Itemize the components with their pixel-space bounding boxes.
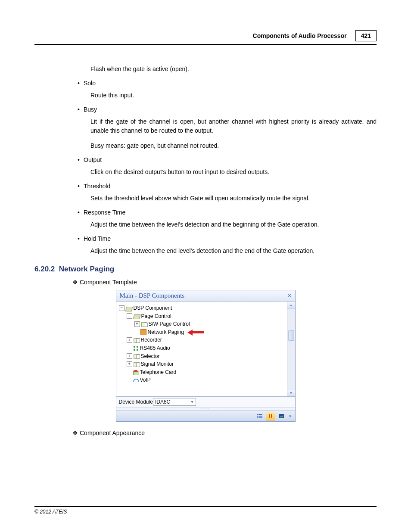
- section-title: Network Paging: [59, 265, 114, 273]
- tree-label: Signal Monitor: [141, 360, 174, 368]
- panel-toolbar: ▼: [116, 411, 295, 421]
- list-icon: [257, 413, 263, 419]
- view-block-button[interactable]: [266, 412, 275, 420]
- panel-titlebar: Main - DSP Components ✕: [116, 290, 295, 302]
- image-icon: [278, 413, 284, 419]
- block-icon: [268, 413, 274, 419]
- toolbar-dropdown[interactable]: ▼: [287, 412, 293, 420]
- tree-node-voip[interactable]: VoIP: [119, 376, 285, 384]
- tree-node-dsp-component[interactable]: − DSP Component: [119, 304, 285, 312]
- output-description: Click on the desired output's button to …: [90, 168, 377, 177]
- tree-label: Network Paging: [148, 328, 184, 336]
- svg-rect-1: [259, 414, 262, 415]
- tree-node-network-paging[interactable]: Network Paging: [119, 328, 285, 336]
- threshold-description: Sets the threshold level above which Gat…: [90, 194, 377, 203]
- page-footer: © 2012 ATEÏS: [34, 506, 377, 515]
- bullet-response-time: Response Time: [78, 209, 377, 216]
- tree-node-signal-monitor[interactable]: + Signal Monitor: [119, 360, 285, 368]
- section-number: 6.20.2: [34, 265, 55, 273]
- section-heading: 6.20.2 Network Paging: [34, 265, 377, 274]
- chevron-down-icon: ▼: [289, 414, 292, 418]
- page-number: 421: [355, 30, 377, 41]
- bullet-hold-time: Hold Time: [78, 235, 377, 242]
- svg-rect-4: [257, 417, 258, 418]
- bullet-busy: Busy: [78, 106, 377, 113]
- tree-label: Recorder: [141, 336, 162, 344]
- bullet-threshold: Threshold: [78, 183, 377, 190]
- expand-icon[interactable]: +: [134, 321, 140, 327]
- copyright: © 2012 ATEÏS: [34, 509, 67, 515]
- page-header: Components of Audio Processor 421: [34, 30, 377, 45]
- chevron-down-icon: ▼: [190, 400, 194, 404]
- flash-description: Flash when the gate is active (open).: [90, 65, 377, 74]
- rs485-icon: [133, 346, 139, 351]
- tree-label: VoIP: [140, 376, 151, 384]
- folder-icon: [134, 354, 140, 358]
- expand-icon[interactable]: +: [127, 353, 132, 359]
- tree-label: Selector: [141, 352, 160, 361]
- view-image-button[interactable]: [277, 412, 286, 420]
- panel-title-text: Main - DSP Components: [120, 292, 185, 299]
- tree-node-page-control[interactable]: − Page Control: [119, 312, 285, 320]
- scroll-thumb[interactable]: [288, 330, 294, 341]
- tree-node-recorder[interactable]: + Recorder: [119, 336, 285, 344]
- device-module-row: Device Module IDA8C ▼: [116, 396, 295, 407]
- view-list-button[interactable]: [255, 412, 265, 420]
- svg-rect-5: [259, 417, 262, 418]
- close-icon[interactable]: ✕: [287, 292, 292, 299]
- voip-icon: [133, 378, 139, 383]
- response-time-description: Adjust the time between the level's dete…: [90, 220, 377, 229]
- device-module-label: Device Module: [119, 399, 153, 405]
- expand-icon[interactable]: +: [127, 361, 132, 367]
- folder-icon: [141, 322, 147, 327]
- svg-rect-3: [259, 416, 262, 417]
- telephone-icon: [133, 370, 139, 375]
- hold-time-description: Adjust the time between the end level's …: [90, 246, 377, 255]
- svg-rect-0: [257, 414, 258, 415]
- resize-handle[interactable]: •••••: [116, 407, 295, 411]
- tree-node-sw-page-control[interactable]: + S/W Page Control: [119, 320, 285, 328]
- dsp-components-panel: Main - DSP Components ✕ − DSP Component …: [116, 290, 296, 422]
- svg-rect-7: [271, 414, 272, 418]
- network-paging-icon: [140, 329, 146, 335]
- svg-rect-2: [257, 416, 258, 417]
- component-appearance-label: Component Appearance: [72, 429, 377, 436]
- tree-view[interactable]: − DSP Component − Page Control + S/W Pag…: [116, 302, 287, 396]
- vertical-scrollbar[interactable]: ▲ ▼: [287, 302, 295, 396]
- device-module-value: IDA8C: [155, 399, 170, 405]
- solo-description: Route this input.: [90, 91, 377, 100]
- tree-label: Page Control: [141, 312, 171, 320]
- busy-description-1: Lit if the gate of the channel is open, …: [90, 117, 377, 135]
- tree-label: RS485 Audio: [140, 344, 170, 352]
- collapse-icon[interactable]: −: [127, 313, 132, 319]
- scroll-track[interactable]: [287, 309, 295, 389]
- tree-label: S/W Page Control: [149, 320, 190, 328]
- expand-icon[interactable]: +: [127, 337, 132, 343]
- collapse-icon[interactable]: −: [119, 305, 125, 311]
- busy-description-2: Busy means: gate open, but channel not r…: [90, 141, 377, 150]
- tree-label: DSP Component: [134, 304, 172, 312]
- scroll-down-icon[interactable]: ▼: [287, 389, 295, 396]
- tree-node-telephone-card[interactable]: Telephone Card: [119, 368, 285, 376]
- bullet-output: Output: [78, 156, 377, 163]
- folder-icon: [134, 338, 140, 342]
- highlight-arrow-icon: [187, 330, 205, 334]
- tree-node-rs485[interactable]: RS485 Audio: [119, 344, 285, 352]
- folder-open-icon: [126, 306, 132, 311]
- tree-label: Telephone Card: [140, 368, 177, 376]
- bullet-solo: Solo: [78, 80, 377, 87]
- component-template-label: Component Template: [72, 279, 377, 286]
- header-title: Components of Audio Processor: [253, 32, 347, 39]
- device-module-select[interactable]: IDA8C ▼: [153, 398, 196, 406]
- folder-open-icon: [134, 314, 140, 318]
- svg-rect-6: [269, 414, 270, 418]
- tree-node-selector[interactable]: + Selector: [119, 352, 285, 361]
- scroll-up-icon[interactable]: ▲: [287, 302, 295, 309]
- folder-icon: [134, 362, 140, 367]
